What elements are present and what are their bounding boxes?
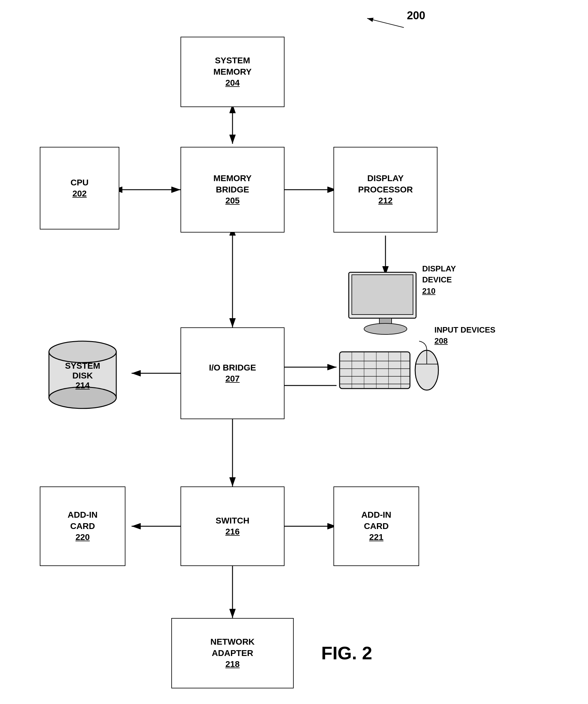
display-processor-num: 212: [378, 195, 393, 206]
add-in-card-221-box: ADD-INCARD 221: [334, 486, 419, 566]
cpu-box: CPU 202: [40, 147, 119, 229]
svg-point-33: [49, 341, 116, 362]
system-memory-num: 204: [226, 77, 240, 89]
cpu-num: 202: [72, 188, 87, 199]
svg-rect-16: [352, 275, 413, 314]
diagram: 200 SYSTEMMEMORY 204 CPU 202 MEMORYBRIDG…: [0, 0, 588, 704]
add-in-card-220-num: 220: [75, 532, 90, 543]
add-in-card-220-label: ADD-INCARD: [68, 510, 98, 532]
memory-bridge-label: MEMORYBRIDGE: [214, 173, 252, 195]
figure-label: FIG. 2: [321, 643, 372, 664]
io-bridge-label: I/O BRIDGE: [209, 362, 256, 373]
svg-rect-19: [340, 352, 410, 389]
svg-point-18: [364, 324, 407, 335]
add-in-card-221-num: 221: [369, 532, 384, 543]
network-adapter-box: NETWORKADAPTER 218: [171, 618, 294, 688]
display-processor-box: DISPLAYPROCESSOR 212: [334, 147, 437, 233]
system-memory-label: SYSTEMMEMORY: [214, 55, 252, 77]
input-devices-graphic: [337, 340, 440, 401]
network-adapter-label: NETWORKADAPTER: [211, 636, 255, 659]
ref-number-200: 200: [407, 9, 425, 22]
system-disk-label: SYSTEMDISK 214: [46, 361, 119, 391]
network-adapter-num: 218: [226, 659, 240, 670]
input-devices-label: INPUT DEVICES 208: [434, 324, 495, 347]
add-in-card-220-box: ADD-INCARD 220: [40, 486, 125, 566]
memory-bridge-num: 205: [226, 195, 240, 206]
switch-box: SWITCH 216: [180, 486, 285, 566]
add-in-card-221-label: ADD-INCARD: [361, 510, 391, 532]
switch-num: 216: [226, 526, 240, 537]
cpu-label: CPU: [70, 177, 89, 188]
io-bridge-num: 207: [226, 373, 240, 384]
io-bridge-box: I/O BRIDGE 207: [180, 328, 285, 419]
display-processor-label: DISPLAYPROCESSOR: [358, 173, 413, 195]
system-memory-box: SYSTEMMEMORY 204: [180, 37, 285, 107]
memory-bridge-box: MEMORYBRIDGE 205: [180, 147, 285, 233]
display-device-monitor: [343, 269, 428, 337]
switch-label: SWITCH: [216, 515, 249, 526]
svg-line-2: [367, 18, 404, 27]
